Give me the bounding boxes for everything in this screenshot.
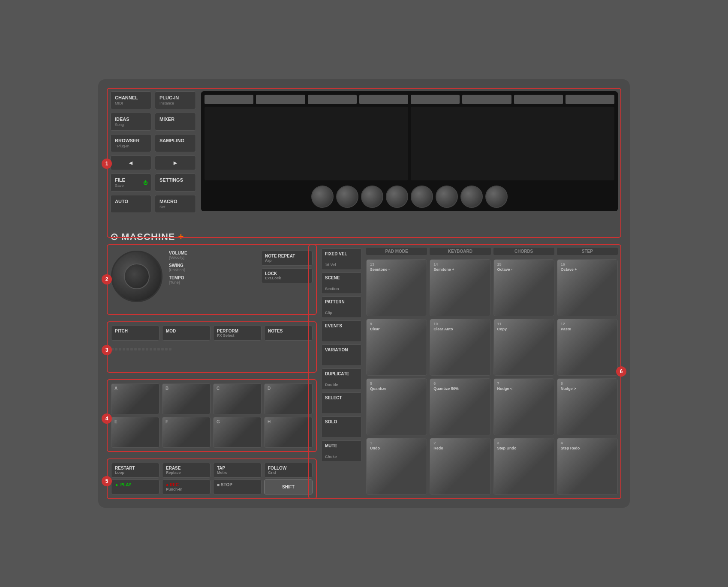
display-screens xyxy=(201,104,618,183)
pad-14[interactable]: 14 Semitone + xyxy=(430,259,490,316)
knob-5[interactable] xyxy=(411,186,433,208)
perf-dot xyxy=(134,348,137,350)
pad-5[interactable]: 5 Quantize xyxy=(366,378,427,435)
pad-f[interactable]: F xyxy=(162,417,211,448)
perf-dot xyxy=(169,348,171,350)
perf-dot xyxy=(161,348,164,350)
display-screen-right xyxy=(411,107,614,180)
jog-wheel[interactable] xyxy=(111,251,162,302)
forward-button[interactable]: ► xyxy=(155,156,196,170)
pad-6[interactable]: 6 Quantize 50% xyxy=(430,378,490,435)
badge-3: 3 xyxy=(102,345,112,355)
pad-13[interactable]: 13 Semitone - xyxy=(366,259,427,316)
perf-dot xyxy=(138,348,141,350)
transport-buttons: RESTART Loop ERASE Replace TAP Metro FOL… xyxy=(111,463,313,494)
pad-a[interactable]: A xyxy=(111,383,159,414)
pad-b[interactable]: B xyxy=(162,383,211,414)
erase-button[interactable]: ERASE Replace xyxy=(162,463,211,478)
macro-button[interactable]: MACRO Set xyxy=(155,195,196,213)
shift-button[interactable]: SHIFT xyxy=(264,479,313,494)
play-button[interactable]: ► PLAY xyxy=(111,479,159,494)
solo-button[interactable]: SOLO xyxy=(321,416,362,438)
scene-button[interactable]: SCENE Section xyxy=(321,273,362,294)
back-button[interactable]: ◄ xyxy=(110,156,151,170)
left-column-buttons: FIXED VEL 16 Vel SCENE Section PATTERN C… xyxy=(321,249,362,464)
file-button[interactable]: FILE Save ⏻ xyxy=(110,174,151,192)
pad-10[interactable]: 10 Clear Auto xyxy=(430,319,490,376)
pattern-button[interactable]: PATTERN Clip xyxy=(321,296,362,318)
pad-4[interactable]: 4 Step Redo xyxy=(557,438,618,495)
knob-1[interactable] xyxy=(311,186,334,208)
perf-dot xyxy=(130,348,133,350)
settings-button[interactable]: SETTINGS xyxy=(155,174,196,192)
main-pad-grid: 13 Semitone - 14 Semitone + 15 Octave - … xyxy=(366,259,618,495)
power-icon: ⏻ xyxy=(143,180,147,185)
sampling-button[interactable]: SAMPLING xyxy=(155,134,196,152)
volume-control: VOLUME [Velocity] xyxy=(169,251,255,260)
pad-e[interactable]: E xyxy=(111,417,159,448)
display-btn-1[interactable] xyxy=(205,95,253,104)
events-button[interactable]: EVENTS xyxy=(321,320,362,342)
badge-2: 2 xyxy=(102,274,112,285)
knob-4[interactable] xyxy=(386,186,408,208)
header-step: STEP xyxy=(557,248,618,255)
perf-dot xyxy=(157,348,160,350)
pad-8[interactable]: 8 Nudge > xyxy=(557,378,618,435)
variation-button[interactable]: VARIATION xyxy=(321,344,362,366)
knob-6[interactable] xyxy=(436,186,458,208)
badge-4: 4 xyxy=(102,413,112,424)
perf-dot xyxy=(126,348,129,350)
mute-button[interactable]: MUTE Choke xyxy=(321,440,362,462)
pad-1[interactable]: 1 Undo xyxy=(366,438,427,495)
pad-9[interactable]: 9 Clear xyxy=(366,319,427,376)
stop-button[interactable]: ■ STOP xyxy=(213,479,262,494)
display-btn-2[interactable] xyxy=(256,95,305,104)
lock-button[interactable]: LOCK Ext.Lock xyxy=(261,268,313,283)
transport-bottom-row: ► PLAY ● REC Punch-In ■ STOP SHIFT xyxy=(111,479,313,494)
display-area xyxy=(201,91,618,211)
pad-16[interactable]: 16 Octave + xyxy=(557,259,618,316)
knob-2[interactable] xyxy=(336,186,358,208)
browser-button[interactable]: BROWSER +Plug-In xyxy=(110,134,151,152)
ah-pad-grid: A B C D E F G H xyxy=(111,383,313,448)
pad-3[interactable]: 3 Step Undo xyxy=(493,438,554,495)
perf-dot xyxy=(123,348,125,350)
knob-7[interactable] xyxy=(460,186,483,208)
pad-section-headers: PAD MODE KEYBOARD CHORDS STEP xyxy=(366,248,618,255)
pad-g[interactable]: G xyxy=(213,417,262,448)
auto-button[interactable]: AUTO xyxy=(110,195,151,213)
display-btn-8[interactable] xyxy=(566,95,614,104)
jog-inner xyxy=(124,264,150,289)
display-btn-6[interactable] xyxy=(462,95,511,104)
knob-8[interactable] xyxy=(485,186,508,208)
fixed-vel-button[interactable]: FIXED VEL 16 Vel xyxy=(321,249,362,270)
pad-d[interactable]: D xyxy=(264,383,313,414)
display-btn-5[interactable] xyxy=(411,95,460,104)
plugin-button[interactable]: PLUG-IN Instance xyxy=(155,91,196,109)
tempo-control: TEMPO [Tune] xyxy=(169,276,255,285)
header-pad-mode: PAD MODE xyxy=(366,248,427,255)
display-btn-7[interactable] xyxy=(514,95,563,104)
header-chords: CHORDS xyxy=(493,248,554,255)
knob-3[interactable] xyxy=(361,186,383,208)
note-repeat-button[interactable]: NOTE REPEAT Arp xyxy=(261,251,313,266)
follow-button[interactable]: FOLLOW Grid xyxy=(264,463,313,478)
left-control-buttons: CHANNEL MIDI PLUG-IN Instance IDEAS Song… xyxy=(110,91,196,216)
pad-2[interactable]: 2 Redo xyxy=(430,438,490,495)
restart-button[interactable]: RESTART Loop xyxy=(111,463,159,478)
display-btn-3[interactable] xyxy=(308,95,357,104)
pad-h[interactable]: H xyxy=(264,417,313,448)
pad-c[interactable]: C xyxy=(213,383,262,414)
pad-15[interactable]: 15 Octave - xyxy=(493,259,554,316)
duplicate-button[interactable]: DUPLICATE Double xyxy=(321,368,362,390)
tap-button[interactable]: TAP Metro xyxy=(213,463,262,478)
display-btn-4[interactable] xyxy=(359,95,408,104)
rec-button[interactable]: ● REC Punch-In xyxy=(162,479,211,494)
pad-12[interactable]: 12 Paste xyxy=(557,319,618,376)
ideas-button[interactable]: IDEAS Song xyxy=(110,113,151,131)
select-button[interactable]: SELECT xyxy=(321,392,362,414)
channel-button[interactable]: CHANNEL MIDI xyxy=(110,91,151,109)
pad-11[interactable]: 11 Copy xyxy=(493,319,554,376)
pad-7[interactable]: 7 Nudge < xyxy=(493,378,554,435)
mixer-button[interactable]: MIXER xyxy=(155,113,196,131)
